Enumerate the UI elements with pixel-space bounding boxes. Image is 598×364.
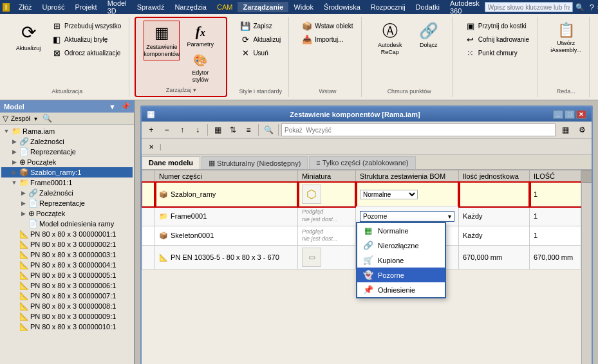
tb-btn-add[interactable]: + — [144, 123, 158, 136]
dm-pozorne[interactable]: 👻 Pozorne — [357, 268, 445, 282]
btn-aktualizuj-style[interactable]: ⟳ Aktualizuj — [238, 33, 283, 46]
tree-item-reprezentacje1[interactable]: ▶ 📄 Reprezentacje — [1, 147, 133, 157]
col-ilosc-j[interactable]: Ilość jednostkowa — [459, 170, 530, 183]
dm-kupione[interactable]: 🛒 Kupione — [357, 253, 445, 268]
row1-struktura-select[interactable]: Normalne — [360, 190, 418, 199]
tree-item-pn7[interactable]: 📐PN 80 x 80 x 3 00000007:1 — [1, 291, 133, 301]
col-miniatura[interactable]: Miniatura — [298, 170, 356, 183]
tree-item-poczatek2[interactable]: ▶ ⊕ Początek — [1, 208, 133, 219]
tree-item-zaleznosci1[interactable]: ▶ 🔗 Zależności — [1, 136, 133, 147]
search-input[interactable] — [485, 2, 573, 12]
filter-icon[interactable]: ▽ — [3, 114, 8, 123]
tree-item-zaleznosci2[interactable]: ▶ 🔗 Zależności — [1, 188, 133, 198]
tree-expand-poczatek1[interactable]: ▶ — [10, 159, 18, 165]
btn-wstaw-obiekt[interactable]: 📦 Wstaw obiekt — [299, 19, 355, 32]
tree-item-frame0001[interactable]: ▼ 📁 Frame0001:1 — [1, 177, 133, 188]
btn-aktualizuj-bryle[interactable]: ◧ Aktualizuj bryłę — [49, 33, 124, 46]
row4-numer[interactable]: 📐 PN EN 10305-5 - 80 x 80 x 3 - 670 — [155, 246, 298, 269]
btn-cofnij-kadrowanie[interactable]: ↩ Cofnij kadrowanie — [463, 33, 532, 46]
btn-przytnij-do-kostki[interactable]: ▣ Przytnij do kostki — [463, 19, 532, 32]
menu-autodesk360[interactable]: Autodesk 360 — [445, 0, 485, 16]
tree-item-pn3[interactable]: 📐PN 80 x 80 x 3 00000003:1 — [1, 250, 133, 260]
dialog-minimize-btn[interactable]: _ — [553, 110, 563, 119]
model-panel-close[interactable]: ▼ — [109, 103, 116, 111]
tab-strukturalny[interactable]: ▦ Strukturalny (Niedostępny) — [201, 156, 308, 169]
menu-cam[interactable]: CAM — [212, 2, 238, 12]
scroll-thumb[interactable] — [582, 170, 592, 183]
tree-item-pn4[interactable]: 📐PN 80 x 80 x 3 00000004:1 — [1, 260, 133, 270]
tb-btn-zoom[interactable]: 🔍 — [261, 123, 276, 136]
filter-input[interactable] — [281, 123, 556, 136]
menu-sprawdz[interactable]: Sprawdź — [132, 2, 170, 12]
filter-dropdown-btn[interactable]: ▾ — [34, 115, 37, 122]
btn-punkt-chmury[interactable]: ⁙ Punkt chmury — [463, 46, 532, 59]
row3-numer[interactable]: 📦 Skeleton0001 — [155, 226, 298, 245]
menu-widok[interactable]: Widok — [288, 2, 319, 12]
tree-item-pn9[interactable]: 📐PN 80 x 80 x 3 00000009:1 — [1, 311, 133, 322]
col-ilosc[interactable]: ILOŚĆ — [530, 170, 581, 183]
row1-struktura[interactable]: Normalne — [356, 183, 459, 206]
btn-edytor-stylow[interactable]: 🎨 Edytor stylów — [182, 51, 218, 86]
tb-btn-down[interactable]: ↓ — [191, 123, 205, 136]
tb-btn-filter-apply[interactable]: ▦ — [558, 123, 572, 136]
menu-model3d[interactable]: Model 3D — [102, 0, 132, 16]
tree-item-szablon[interactable]: ▶ 📦 Szablon_ramy:1 — [1, 167, 133, 177]
tree-item-pn10[interactable]: 📐PN 80 x 80 x 3 00000010:1 — [1, 322, 133, 332]
dm-nierozlaczne[interactable]: 🔗 Nierozłączne — [357, 238, 445, 253]
btn-dolacz[interactable]: 🔗 Dołącz — [411, 19, 447, 51]
tree-expand-repr1[interactable]: ▶ — [10, 149, 18, 155]
help-icon[interactable]: ? — [590, 3, 594, 12]
tree-item-pn8[interactable]: 📐PN 80 x 80 x 3 00000008:1 — [1, 301, 133, 311]
btn-usun[interactable]: ✕ Usuń — [238, 46, 283, 59]
search-icon[interactable]: 🔍 — [575, 3, 584, 12]
row1-numer[interactable]: 📦 Szablon_ramy — [155, 183, 298, 206]
model-panel-pin[interactable]: 📌 — [121, 102, 130, 111]
tree-expand-poczatek2[interactable]: ▶ — [19, 210, 27, 217]
btn-zapisz[interactable]: 💾 Zapisz — [238, 19, 283, 32]
tb-btn-up[interactable]: ↑ — [175, 123, 189, 136]
tree-expand-frame0001[interactable]: ▼ — [10, 179, 18, 186]
menu-zarzadzanie[interactable]: Zarządzanie — [238, 2, 288, 12]
btn-aktualizuj[interactable]: ⟳ Aktualizuj — [10, 19, 46, 54]
btn-zestawienie[interactable]: ▦ Zestawieniekomponentów — [144, 21, 180, 60]
tb-btn-remove[interactable]: − — [160, 123, 174, 136]
menu-zloz[interactable]: Złóż — [14, 2, 37, 12]
btn-autodesk-recap[interactable]: Ⓐ AutodeskReCap — [372, 19, 408, 58]
tb-btn-sort[interactable]: ⇅ — [226, 123, 240, 136]
menu-projekt[interactable]: Projekt — [70, 2, 102, 12]
tree-item-rama[interactable]: ▼ 📁 Rama.iam — [1, 126, 133, 136]
row2-struktura[interactable]: Pozorne ▾ ▦ Normalne — [356, 206, 459, 226]
btn-przebuduj-wszystko[interactable]: ⊞ Przebuduj wszystko — [49, 19, 124, 32]
row2-numer[interactable]: 📁 Frame0001 — [155, 206, 298, 226]
dm-odniesienie[interactable]: 📌 Odniesienie — [357, 282, 445, 297]
tree-item-model-odniesienia[interactable]: 📄 Model odniesienia ramy — [1, 219, 133, 229]
tree-item-pn2[interactable]: 📐PN 80 x 80 x 3 00000002:1 — [1, 239, 133, 250]
col-struktura[interactable]: Struktura zestawienia BOM — [356, 170, 459, 183]
tree-expand-zaleznosci1[interactable]: ▶ — [10, 138, 18, 145]
menu-srodowiska[interactable]: Środowiska — [319, 2, 366, 12]
menu-narzedzia[interactable]: Narzędzia — [169, 2, 212, 12]
dm-normalne[interactable]: ▦ Normalne — [357, 223, 445, 238]
btn-odrocz[interactable]: ⊠ Odrocz aktualizacje — [49, 46, 124, 59]
btn-iassembly[interactable]: 📋 UtwórziAssembly... — [548, 19, 584, 57]
tb-btn-settings[interactable]: ⚙ — [575, 123, 589, 136]
tree-item-pn5[interactable]: 📐PN 80 x 80 x 3 00000005:1 — [1, 270, 133, 280]
btn-importuj[interactable]: 📥 Importuj... — [299, 33, 355, 46]
tree-expand-repr2[interactable]: ▶ — [19, 200, 27, 206]
tree-item-poczatek1[interactable]: ▶ ⊕ Początek — [1, 157, 133, 167]
tree-item-pn6[interactable]: 📐PN 80 x 80 x 3 00000006:1 — [1, 280, 133, 291]
tree-expand-szablon[interactable]: ▶ — [10, 169, 18, 176]
tree-item-repr2[interactable]: ▶ 📄 Reprezentacje — [1, 198, 133, 208]
menu-uprosz[interactable]: Uprość — [37, 2, 70, 12]
tree-search-icon[interactable]: 🔍 — [42, 114, 52, 123]
tab-tylko-czesci[interactable]: ≡ Tylko części (zablokowane) — [309, 156, 415, 169]
menu-rozpocznij[interactable]: Rozpocznij — [366, 2, 411, 12]
vertical-scrollbar[interactable] — [581, 170, 592, 364]
col-numer-czesci[interactable]: Numer części — [155, 170, 298, 183]
tb-btn-group[interactable]: ≡ — [241, 123, 256, 136]
dialog-close-btn[interactable]: ✕ — [576, 110, 586, 119]
tree-expand-zaleznosci2[interactable]: ▶ — [19, 190, 27, 196]
tree-item-pn1[interactable]: 📐PN 80 x 80 x 3 00000001:1 — [1, 229, 133, 239]
tb-btn-filter[interactable]: ▦ — [210, 123, 225, 136]
menu-dodatki[interactable]: Dodatki — [411, 2, 445, 12]
